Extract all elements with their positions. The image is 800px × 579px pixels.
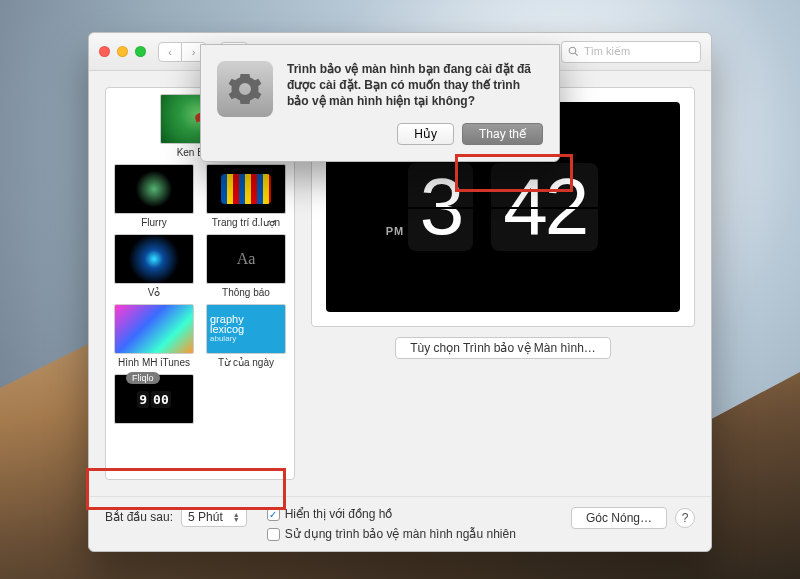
zoom-icon[interactable] (135, 46, 146, 57)
replace-button[interactable]: Thay thế (462, 123, 543, 145)
preview-hour: 3 (408, 163, 474, 251)
close-icon[interactable] (99, 46, 110, 57)
list-item[interactable]: graphy lexicog abulary Từ của ngày (204, 304, 288, 368)
list-item[interactable]: Trang trí đ.lượn (204, 164, 288, 228)
dialog-message: Trình bảo vệ màn hình bạn đang cài đặt đ… (287, 61, 543, 109)
help-button[interactable]: ? (675, 508, 695, 528)
checkbox-icon: ✓ (267, 508, 280, 521)
list-item[interactable]: 9 00 Fliqlo (112, 374, 196, 424)
screensaver-options-button[interactable]: Tùy chọn Trình bảo vệ Màn hình… (395, 337, 611, 359)
gear-icon (217, 61, 273, 117)
minimize-icon[interactable] (117, 46, 128, 57)
checkbox-icon (267, 528, 280, 541)
preview-minute: 42 (491, 163, 598, 251)
search-input[interactable]: Tìm kiếm (561, 41, 701, 63)
list-item[interactable]: Hình MH iTunes (112, 304, 196, 368)
start-after-label: Bắt đầu sau: (105, 510, 173, 524)
hot-corners-button[interactable]: Góc Nóng… (571, 507, 667, 529)
bottom-bar: Bắt đầu sau: 5 Phút ▲▼ ✓ Hiển thị với đồ… (89, 496, 711, 551)
start-after-select[interactable]: 5 Phút ▲▼ (181, 507, 247, 527)
list-item[interactable]: Vỏ (112, 234, 196, 298)
search-icon (568, 46, 579, 57)
list-item[interactable]: Flurry (112, 164, 196, 228)
list-item[interactable]: Aa Thông báo (204, 234, 288, 298)
window-controls (99, 46, 146, 57)
random-screensaver-checkbox[interactable]: Sử dụng trình bảo vệ màn hình ngẫu nhiên (267, 527, 516, 541)
show-clock-checkbox[interactable]: ✓ Hiển thị với đồng hồ (267, 507, 516, 521)
stepper-icon: ▲▼ (233, 512, 240, 522)
replace-dialog: Trình bảo vệ màn hình bạn đang cài đặt đ… (200, 44, 560, 162)
search-placeholder: Tìm kiếm (584, 45, 630, 58)
cancel-button[interactable]: Hủy (397, 123, 454, 145)
screensaver-name-badge: Fliqlo (126, 372, 160, 384)
nav-buttons: ‹ › (158, 42, 206, 62)
preview-ampm: PM (386, 225, 405, 237)
back-button[interactable]: ‹ (158, 42, 182, 62)
